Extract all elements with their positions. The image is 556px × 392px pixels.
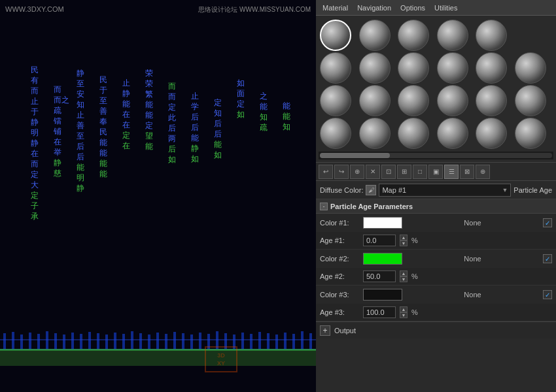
- age-input-2[interactable]: 50.0: [363, 270, 396, 282]
- sphere-1-4[interactable]: [437, 20, 468, 51]
- main-container: WWW.3DXY.COM 思络设计论坛 WWW.MISSYUAN.COM 民 有…: [0, 0, 556, 392]
- sphere-4-2[interactable]: [359, 118, 391, 149]
- spin-down-2[interactable]: ▼: [400, 276, 408, 282]
- pct-label-3: %: [411, 308, 418, 316]
- svg-rect-8: [63, 335, 65, 350]
- color-swatch-2[interactable]: [363, 253, 402, 265]
- char-item: 止: [31, 97, 39, 106]
- sphere-3-2[interactable]: [359, 85, 391, 116]
- spinner-2[interactable]: ▲ ▼: [400, 270, 408, 282]
- svg-rect-11: [88, 332, 91, 350]
- collapse-button[interactable]: -: [320, 203, 328, 210]
- sphere-2-1[interactable]: [320, 52, 351, 84]
- sphere-2-2[interactable]: [359, 52, 391, 84]
- tool-box1[interactable]: ⊡: [381, 165, 396, 179]
- sphere-4-5[interactable]: [476, 118, 507, 149]
- tool-add[interactable]: ⊕: [350, 165, 364, 179]
- params-section: - Particle Age Parameters Color #1: None…: [316, 199, 556, 392]
- sphere-4-6[interactable]: [515, 118, 546, 149]
- tool-box3[interactable]: □: [413, 165, 427, 179]
- char-item: 静: [191, 144, 199, 153]
- map-dropdown[interactable]: Map #1 ▼: [379, 184, 511, 197]
- spin-down-1[interactable]: ▼: [400, 240, 408, 246]
- char-item: 能: [99, 148, 107, 157]
- ground-area: [0, 314, 316, 366]
- watermark-right: 思络设计论坛 WWW.MISSYUAN.COM: [198, 5, 311, 14]
- color-row-3: Color #3: None: [316, 286, 556, 304]
- sphere-2-3[interactable]: [398, 52, 429, 84]
- sphere-2-4[interactable]: [437, 52, 468, 84]
- spinner-3[interactable]: ▲ ▼: [400, 306, 408, 318]
- check-2[interactable]: [543, 254, 552, 263]
- diffuse-row: Diffuse Color: 🖌 Map #1 ▼ Particle Age: [316, 181, 556, 199]
- tool-grid[interactable]: ⊠: [460, 165, 474, 179]
- check-1[interactable]: [543, 218, 552, 227]
- spin-down-3[interactable]: ▼: [400, 312, 408, 318]
- char-item: 在: [31, 149, 39, 158]
- tool-box2[interactable]: ⊞: [397, 165, 411, 179]
- char-item: 如: [237, 110, 245, 119]
- output-row: + Output: [316, 321, 556, 338]
- menu-navigation[interactable]: Navigation: [353, 3, 395, 13]
- char-item: 学: [191, 102, 199, 111]
- sphere-3-6[interactable]: [515, 85, 546, 116]
- spin-up-2[interactable]: ▲: [400, 270, 408, 276]
- color-swatch-3[interactable]: [363, 289, 402, 301]
- char-item: 至: [77, 79, 84, 88]
- sphere-1-5[interactable]: [476, 20, 507, 51]
- color-swatch-1[interactable]: [363, 217, 402, 229]
- char-item: 静: [122, 89, 130, 98]
- char-item: 定: [122, 131, 130, 140]
- sphere-1-3[interactable]: [398, 20, 429, 51]
- char-item: 此: [168, 113, 176, 122]
- svg-rect-2: [12, 332, 14, 350]
- char-item: 而: [168, 82, 176, 91]
- scroll-track[interactable]: [320, 153, 552, 158]
- logo-watermark: 3D XY: [205, 346, 237, 372]
- svg-rect-16: [131, 331, 133, 350]
- sphere-4-3[interactable]: [398, 118, 429, 149]
- menu-options[interactable]: Options: [396, 3, 429, 13]
- sphere-2-6[interactable]: [515, 52, 546, 84]
- color-row-2: Color #2: None: [316, 250, 556, 268]
- sphere-3-4[interactable]: [437, 85, 468, 116]
- svg-rect-29: [241, 333, 244, 350]
- add-output-button[interactable]: +: [320, 325, 330, 336]
- sphere-4-1[interactable]: [320, 118, 351, 149]
- check-3[interactable]: [543, 290, 552, 299]
- char-item: 荣: [145, 79, 153, 88]
- spin-up-3[interactable]: ▲: [400, 306, 408, 312]
- age-input-1[interactable]: 0.0: [363, 235, 396, 246]
- char-item: 而: [54, 85, 69, 94]
- tool-settings[interactable]: ⊕: [476, 165, 490, 179]
- tool-list[interactable]: ☰: [444, 165, 459, 179]
- sphere-1-1[interactable]: [320, 20, 351, 51]
- svg-rect-31: [258, 332, 261, 350]
- tool-undo[interactable]: ↩: [319, 165, 333, 179]
- diffuse-brush-icon[interactable]: 🖌: [366, 185, 376, 195]
- sphere-3-5[interactable]: [476, 85, 507, 116]
- tool-delete[interactable]: ✕: [366, 165, 380, 179]
- svg-rect-18: [148, 335, 150, 350]
- char-item: 能: [260, 102, 268, 111]
- tool-box4[interactable]: ▣: [428, 165, 443, 179]
- scroll-thumb[interactable]: [320, 153, 390, 158]
- sphere-3-1[interactable]: [320, 85, 351, 116]
- sphere-4-4[interactable]: [437, 118, 468, 149]
- sphere-3-3[interactable]: [398, 85, 429, 116]
- menu-material[interactable]: Material: [319, 3, 352, 13]
- spinner-1[interactable]: ▲ ▼: [400, 235, 408, 246]
- spheres-scrollbar[interactable]: [319, 152, 553, 159]
- sphere-1-2[interactable]: [359, 20, 391, 51]
- char-item: 铺: [54, 127, 69, 136]
- spin-up-1[interactable]: ▲: [400, 235, 408, 240]
- tool-redo[interactable]: ↪: [334, 165, 349, 179]
- menu-utilities[interactable]: Utilities: [430, 3, 461, 13]
- char-item: 荣: [145, 69, 153, 78]
- char-item: 而: [168, 92, 176, 101]
- fence-svg: [0, 314, 316, 366]
- age-input-3[interactable]: 100.0: [363, 306, 396, 318]
- char-item: 能: [283, 112, 290, 121]
- svg-rect-12: [97, 333, 99, 350]
- sphere-2-5[interactable]: [476, 52, 507, 84]
